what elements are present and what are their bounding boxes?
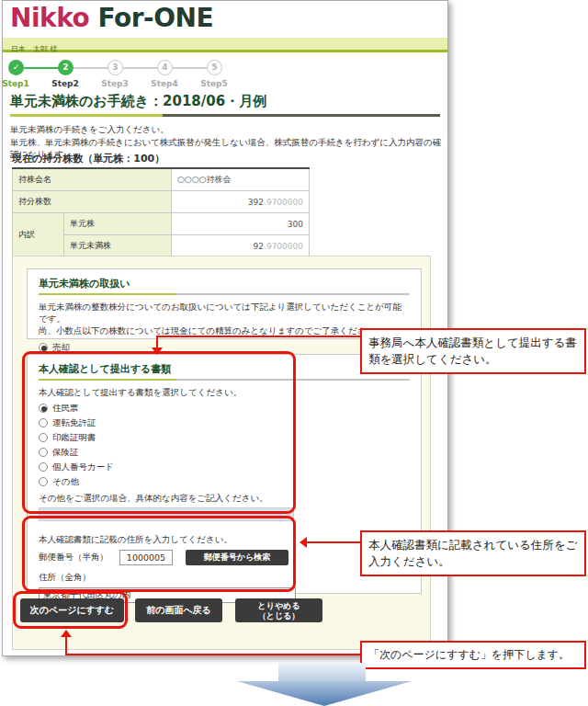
doc-option-label: 保険証: [52, 447, 79, 459]
address-label: 住所（全角）: [39, 572, 410, 584]
doc-radio-seal-cert[interactable]: [39, 433, 48, 442]
unit-label: 単元株: [64, 213, 172, 235]
doc-option-label: 運転免許証: [52, 417, 96, 429]
table-row: 持株会名 ○○○○持株会: [13, 168, 310, 191]
doc-radio-mynumber[interactable]: [39, 462, 48, 472]
title-rule: [10, 114, 440, 117]
flow-arrow-stem: [278, 663, 366, 682]
address-instruction: 本人確認書類に記載の住所を入力してください。: [39, 533, 410, 545]
callout3-arrow-up-icon: [61, 630, 72, 637]
doc-option-label: 印鑑証明書: [52, 432, 96, 444]
fraction-value: 92.9700000: [172, 235, 310, 257]
doc-radio-juminhyo[interactable]: [39, 404, 48, 413]
brand-logo-nikko: Nikko: [10, 3, 89, 33]
doc-option-label: 住民票: [52, 403, 79, 415]
step3-label: Step3: [95, 79, 135, 88]
documents-instruction: 本人確認として提出する書類を選択してください。: [39, 386, 410, 398]
doc-option-label: その他: [52, 476, 79, 488]
callout-select-documents: 事務局へ本人確認書類として提出する書類を選択してください。: [360, 328, 586, 374]
other-detail-input[interactable]: [39, 507, 294, 521]
doc-radio-insurance[interactable]: [39, 448, 48, 457]
handling-rule: [39, 293, 410, 295]
doc-option-row[interactable]: 住民票: [39, 402, 410, 415]
postal-search-button[interactable]: 郵便番号から検索: [186, 550, 288, 565]
fraction-label: 単元未満株: [64, 235, 172, 257]
callout2-arrow-left-icon: [300, 537, 307, 548]
holdings-table: 持株会名 ○○○○持株会 持分株数 392.9700000 内訳 単元株 300…: [12, 167, 310, 257]
back-button[interactable]: 前の画面へ戻る: [135, 598, 222, 622]
flow-arrow-down-icon: [237, 681, 412, 706]
doc-option-row[interactable]: 運転免許証: [39, 416, 410, 429]
doc-option-label: 個人番号カード: [52, 461, 114, 473]
callout1-line-v: [156, 336, 158, 348]
postal-code-input[interactable]: [119, 550, 173, 565]
callout3-line-h: [65, 654, 360, 655]
association-value: ○○○○持株会: [172, 168, 310, 191]
documents-rule: [39, 379, 410, 381]
step5-circle: 5: [207, 60, 222, 75]
table-row: 内訳 単元株 300: [13, 213, 310, 235]
next-page-button[interactable]: 次のページにすすむ: [20, 598, 124, 622]
page-title: 単元未満株のお手続き：2018/06・月例: [10, 93, 266, 110]
table-row: 持分株数 392.9700000: [13, 191, 310, 213]
user-name: 日本 太郎 様: [3, 42, 58, 57]
association-label: 持株会名: [13, 168, 172, 191]
step2-circle: 2: [58, 60, 74, 75]
callout1-line-h: [157, 336, 360, 337]
step4-circle: 4: [157, 60, 173, 75]
documents-heading: 本人確認として提出する書類: [39, 362, 410, 376]
user-bar: 日本 太郎 様: [3, 38, 447, 52]
total-value: 392.9700000: [172, 191, 310, 213]
brand-logo-product: For-ONE: [98, 3, 214, 33]
step1-label: Step1: [0, 79, 36, 88]
step3-circle: 3: [107, 60, 123, 75]
step4-label: Step4: [144, 79, 185, 88]
cancel-button[interactable]: とりやめる（とじる）: [235, 598, 322, 622]
other-note: その他をご選択の場合、具体的な内容をご記入ください。: [39, 492, 410, 504]
holdings-heading: 現在の持分株数（単元株：100）: [12, 152, 164, 165]
intro-line1: 単元未満株の手続きをご入力ください。: [10, 124, 169, 136]
doc-option-row[interactable]: その他: [39, 475, 410, 488]
step2-label: Step2: [45, 79, 85, 88]
unit-value: 300: [172, 213, 310, 235]
sell-radio-label: 売却: [52, 342, 70, 354]
step-indicator: ✓ 2 3 4 5 Step1 Step2 Step3 Step4 Step5: [8, 60, 247, 93]
step5-label: Step5: [194, 79, 234, 88]
doc-radio-license[interactable]: [39, 418, 48, 427]
total-label: 持分株数: [13, 191, 172, 213]
doc-option-row[interactable]: 個人番号カード: [39, 461, 410, 473]
doc-option-row[interactable]: 保険証: [39, 446, 410, 459]
breakdown-label: 内訳: [13, 213, 64, 257]
callout1-arrow-down-icon: [152, 347, 163, 355]
screenshot-root: Nikko For-ONE 日本 太郎 様 ✓ 2 3 4 5 Step1 St…: [0, 0, 588, 706]
doc-option-row[interactable]: 印鑑証明書: [39, 431, 410, 444]
sell-radio[interactable]: [39, 343, 48, 352]
handling-heading: 単元未満株の取扱い: [39, 277, 410, 290]
handling-line1: 単元未満株の整数株分についてのお取扱いについては下記より選択していただくことが可…: [39, 301, 410, 325]
callout-press-next: 「次のページにすすむ」を押下します。: [360, 641, 586, 669]
callout2-line-h: [307, 541, 360, 543]
doc-radio-other[interactable]: [39, 477, 48, 486]
postal-label: 郵便番号（半角）: [39, 552, 119, 564]
brand-logo: Nikko For-ONE: [10, 3, 213, 33]
callout3-line-v: [65, 636, 67, 655]
sell-radio-row[interactable]: 売却: [39, 341, 410, 354]
callout-enter-address: 本人確認書類に記載されている住所をご入力ください。: [360, 530, 586, 576]
step1-check-icon: ✓: [8, 60, 24, 75]
